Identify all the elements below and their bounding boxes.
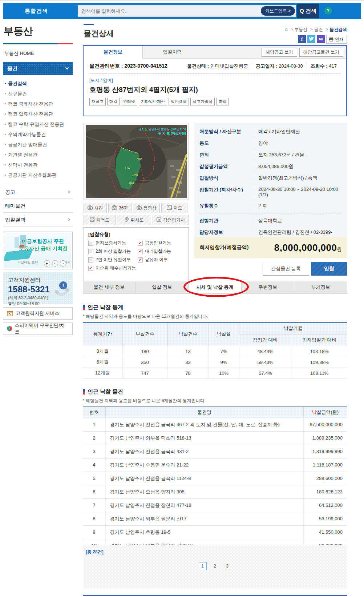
promo-banner[interactable]: 예금보험공사 주관 보유자산 공매 기획전 파산재단 보유 매각 ▶ < > (3, 232, 73, 269)
facebook-icon[interactable]: f (298, 35, 306, 43)
checkbox-checked-icon[interactable]: ✔ (138, 241, 143, 246)
spyware-check-button[interactable]: ✓ 스파이웨어 무료진단/치료 (3, 322, 73, 335)
media-button-label: 동영상 (143, 205, 157, 211)
search-input[interactable] (81, 5, 241, 16)
sidebar-item-8[interactable]: 기관별 전용관 (3, 150, 73, 160)
expand-button-지적도[interactable]: 지적도 (84, 215, 116, 225)
section-bullet-icon (83, 305, 85, 310)
checkbox-unchecked-icon[interactable] (88, 257, 93, 263)
sidebar-item-3[interactable]: 캠코 국유재산 전용관 (3, 99, 73, 109)
favorite-register-button[interactable]: 관심물건 등록 (263, 262, 309, 276)
tab-item-info[interactable]: 물건정보 (84, 46, 143, 59)
stats-cell: 180 (122, 346, 167, 357)
banner-line1: 예금보험공사 주관 (22, 238, 64, 245)
camera-button-사진[interactable]: 사진 (84, 203, 107, 213)
detail-label: 유찰횟수 (199, 203, 255, 209)
checkbox-unchecked-icon[interactable] (88, 249, 93, 254)
nearby-cell-name[interactable]: 경기도 남양주시 진접읍 금곡리 1124-8 (105, 472, 303, 485)
stats-cell: 48.43% (239, 346, 292, 357)
checkbox-checked-icon[interactable]: ✔ (138, 257, 143, 263)
detail-label: 처분방식 / 자산구분 (199, 128, 255, 135)
sidebar-menu-items[interactable]: 물건 (3, 62, 73, 75)
page-number-2[interactable]: 2 (211, 562, 219, 570)
breadcrumb-item[interactable]: 물건 (314, 27, 323, 32)
views-label: 조회수 : (311, 63, 328, 69)
spyware-check-label: 스파이웨어 무료진단/치료 (15, 322, 69, 335)
nearby-cell-name[interactable]: 경기도 남양주시 수동면 운수리 21-22 (105, 458, 303, 472)
detail-row: 입찰방식일반경쟁(최고가방식) / 총액 (194, 172, 347, 184)
sidebar-item-7[interactable]: 공공기관 임대물건 (3, 140, 73, 150)
nearby-cell-no: 1 (83, 418, 105, 431)
detail-tab-1[interactable]: 물건 세부 정보 (83, 281, 136, 293)
checkbox-checked-icon[interactable]: ✔ (138, 249, 143, 254)
view-notice-items-button[interactable]: 해당공고물건 보기 (299, 48, 343, 57)
nearby-cell-name[interactable]: 경기도 남양주시 진접읍 장현리 477-18 (105, 498, 303, 512)
sidebar-section-3[interactable]: 입찰결과 (3, 212, 73, 226)
detail-tab-4[interactable]: 주변정보 (242, 281, 295, 293)
email-icon[interactable]: ✉ (317, 35, 325, 43)
nearby-cell-name[interactable]: 경기도 남양주시 와부읍 월문리 산17 (105, 512, 303, 525)
checkbox-checked-icon[interactable]: ✔ (88, 266, 93, 271)
tab-bid-history[interactable]: 입찰이력 (143, 46, 202, 58)
sidebar-item-5[interactable]: 캠코 수탁·유입자산 전용관 (3, 119, 73, 129)
keyboard-input-button[interactable]: 키보드입력 > (261, 6, 295, 16)
sidebar-item-home[interactable]: 부동산 HOME (3, 44, 73, 62)
page-number-1[interactable]: 1 (199, 562, 207, 570)
nearby-column-header: 번호 (83, 407, 105, 418)
pin-icon (125, 217, 129, 223)
bid-type-checkbox-6[interactable]: ✔공유자 여부 (138, 257, 168, 263)
bid-type-checkbox-3[interactable]: 2회 이상 입찰가능 (88, 248, 131, 255)
twitter-icon[interactable] (307, 35, 315, 43)
breadcrumb-item[interactable]: 부동산 (294, 27, 307, 32)
nearby-cell-name[interactable]: 경기도 남양주시 와부읍 덕소리 518-13 (105, 431, 303, 445)
sidebar-item-9[interactable]: 신탁사 전용관 (3, 160, 73, 170)
sidebar-section-2[interactable]: 테마물건 (3, 199, 73, 212)
download-button-감정평가서[interactable]: 감정평가서 (153, 215, 189, 225)
sidebar-item-1[interactable]: 물건검색 (3, 79, 73, 89)
remote-support-button[interactable]: 고객원격지원 서비스 (3, 307, 73, 320)
remote-support-label: 고객원격지원 서비스 (16, 310, 60, 317)
nearby-cell-name[interactable]: 경기도 남양주시 호평동 19-5 (105, 525, 303, 539)
search-button[interactable]: Q 검색 (297, 4, 319, 18)
satellite-map[interactable]: 산87 산88 산86 87-2 경기도 남양주시 호평동 산87번지 외 위 … (84, 123, 189, 200)
bid-type-checkbox-2[interactable]: ✔공동입찰가능 (138, 240, 171, 246)
camera-button-동영상[interactable]: 동영상 (133, 203, 160, 213)
item-tag: 재공고 (89, 98, 106, 105)
image-button-지도[interactable]: 지도 (161, 203, 187, 213)
pin-button-위치도[interactable]: 위치도 (117, 215, 151, 225)
view-notice-button[interactable]: 해당공고 보기 (262, 48, 297, 57)
banner-prev-button[interactable]: < (52, 260, 58, 267)
nearby-cell-name[interactable]: 경기도 남양주시 오남읍 양지리 305 (105, 485, 303, 498)
banner-carousel-controls: ▶ < > (44, 260, 66, 267)
detail-tab-5[interactable]: 부가정보 (294, 281, 347, 293)
bid-type-checkbox-7[interactable]: ✔차순위 매수신청가능 (88, 265, 136, 271)
sidebar-section-1[interactable]: 공고 (3, 185, 73, 199)
print-label: 인쇄 (335, 36, 344, 43)
detail-tab-3[interactable]: 시세 및 낙찰 통계 (189, 281, 242, 293)
stats-cell: 12개월 (83, 368, 122, 378)
nearby-cell-name[interactable]: 경기도 남양주시 진접읍 금곡리 467-2 외 토지 및 건물(전, 답, 대… (105, 418, 303, 431)
item-tag: 일반경쟁 (169, 98, 189, 105)
sidebar-item-6[interactable]: 수의계약가능물건 (3, 129, 73, 140)
page-number-3[interactable]: 3 (223, 562, 231, 570)
banner-next-button[interactable]: > (60, 260, 66, 267)
sidebar: 부동산 부동산 HOME 물건 물건검색신규물건캠코 국유재산 전용관캠코 압류… (3, 22, 73, 349)
help-icon[interactable]: ? (324, 7, 332, 15)
bid-type-checkbox-5[interactable]: 2인 미만 유찰여부 (88, 257, 131, 263)
bid-button[interactable]: 입찰 (311, 262, 347, 276)
camera-button-360°[interactable]: 360° (108, 203, 132, 213)
sidebar-item-2[interactable]: 신규물건 (3, 89, 73, 99)
bid-type-checkbox-1[interactable]: 전자보증서가능 (88, 240, 126, 246)
search-field-wrap: 키보드입력 > (78, 5, 296, 17)
sidebar-item-4[interactable]: 캠코 압류재산 전용관 (3, 109, 73, 119)
stats-cell: 103.18% (292, 346, 347, 357)
print-button[interactable]: 인쇄 (326, 35, 347, 44)
banner-play-button[interactable]: ▶ (44, 260, 50, 267)
sidebar-menu-label: 물건 (7, 65, 17, 71)
sidebar-item-10[interactable]: 공공기관 자산효율화관 (3, 170, 73, 180)
nearby-cell-name[interactable]: 경기도 남양주시 진접읍 금곡리 431-2 (105, 445, 303, 458)
checkbox-unchecked-icon[interactable] (88, 241, 93, 246)
home-icon[interactable]: ⌂ (284, 26, 287, 32)
detail-tab-2[interactable]: 입찰 정보 (136, 281, 189, 293)
bid-type-checkbox-4[interactable]: ✔대리입찰가능 (138, 248, 171, 255)
